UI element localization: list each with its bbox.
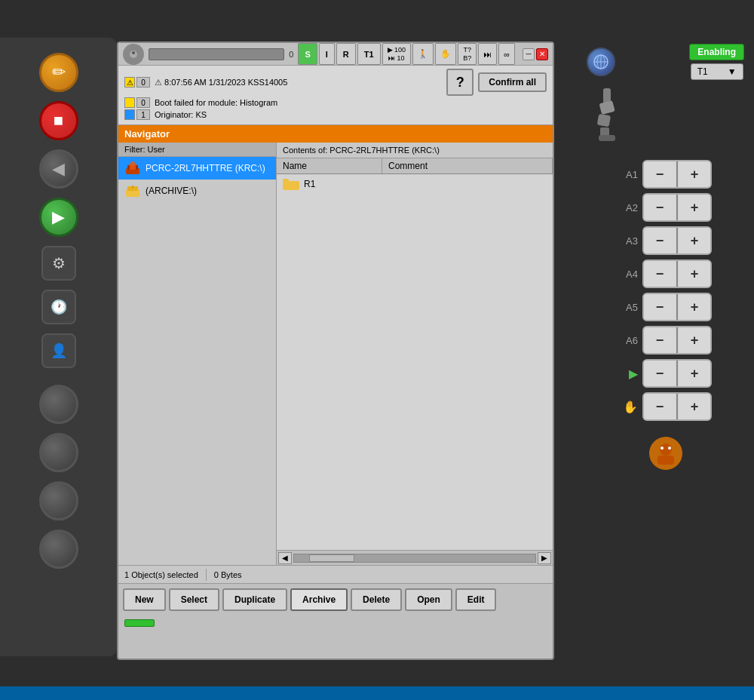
gray-button-1[interactable]: [39, 385, 78, 424]
clock-button[interactable]: 🕐: [41, 290, 76, 324]
scroll-track[interactable]: [293, 554, 536, 563]
nav-item-archive[interactable]: (ARCHIVE:\): [118, 180, 276, 202]
a3-btn-group: − +: [642, 226, 712, 255]
select-button[interactable]: Select: [169, 588, 219, 611]
status-text-2: Boot failed for module: Histogram: [155, 98, 547, 107]
t1-button[interactable]: T1: [357, 43, 381, 66]
a1-plus[interactable]: +: [679, 161, 710, 187]
arm-silhouette: [592, 86, 622, 146]
a6-plus[interactable]: +: [679, 327, 710, 353]
navigator-body: Filter: User PCRC-2RL7HHTTRE (KRC:\): [118, 143, 553, 565]
svg-rect-18: [599, 100, 615, 114]
t1-dropdown[interactable]: T1 ▼: [691, 63, 743, 80]
play-speed-button[interactable]: ▶ 100⏭ 10: [382, 43, 412, 66]
skip-button[interactable]: ⏭: [478, 43, 497, 66]
bottom-status-bar: 1 Object(s) selected 0 Bytes: [118, 565, 553, 583]
gray-button-4[interactable]: [39, 530, 78, 569]
right-controls: Enabling T1 ▼ A1 − + A2: [581, 44, 750, 474]
filter-label: Filter:: [124, 145, 146, 154]
a3-plus[interactable]: +: [679, 228, 710, 253]
r-button[interactable]: R: [336, 43, 356, 66]
app-icon: [123, 44, 144, 65]
delete-button[interactable]: Delete: [351, 588, 402, 611]
nav-file-list: R1: [277, 174, 553, 550]
nav-tree: Filter: User PCRC-2RL7HHTTRE (KRC:\): [118, 143, 277, 565]
archive-button[interactable]: Archive: [290, 588, 348, 611]
status-num-2: 0: [136, 97, 150, 108]
robot-arm-svg: [594, 88, 621, 145]
forward-button[interactable]: ▶: [39, 198, 78, 237]
a2-plus[interactable]: +: [679, 195, 710, 220]
nav-item-krc[interactable]: PCRC-2RL7HHTTRE (KRC:\): [118, 157, 276, 180]
nav-filter: Filter: User: [118, 143, 276, 157]
s-button[interactable]: S: [298, 43, 317, 66]
scroll-right[interactable]: ▶: [538, 552, 551, 564]
user-button[interactable]: 👤: [41, 333, 76, 368]
gray-button-2[interactable]: [39, 433, 78, 472]
a5-label: A5: [619, 302, 638, 313]
settings-button[interactable]: ⚙: [41, 246, 76, 281]
status-text-1: ⚠ 8:07:56 AM 1/31/2023 KSS14005: [155, 78, 442, 88]
duplicate-button[interactable]: Duplicate: [222, 588, 287, 611]
filter-value: User: [148, 145, 165, 154]
globe-button[interactable]: [587, 48, 615, 76]
hand-plus[interactable]: +: [679, 394, 710, 419]
a4-label: A4: [619, 269, 638, 280]
toolbar-buttons: S I R T1 ▶ 100⏭ 10 🚶 ✋ T?B? ⏭ ∞: [298, 43, 515, 66]
walk-button[interactable]: 🚶: [412, 43, 434, 66]
t1-label: T1: [697, 66, 708, 77]
scroll-thumb[interactable]: [309, 554, 354, 562]
svg-rect-24: [657, 456, 674, 465]
svg-rect-6: [127, 165, 130, 170]
confirm-all-button[interactable]: Confirm all: [478, 72, 547, 92]
a4-plus[interactable]: +: [679, 261, 710, 287]
a2-minus[interactable]: −: [644, 195, 676, 220]
play-divider: [676, 361, 678, 386]
axis-row-a5: A5 − +: [619, 293, 712, 321]
scroll-left[interactable]: ◀: [278, 552, 292, 564]
play-minus[interactable]: −: [644, 361, 676, 386]
question-button[interactable]: ?: [446, 69, 474, 96]
a2-label: A2: [619, 202, 638, 213]
a4-minus[interactable]: −: [644, 261, 676, 287]
minimize-button[interactable]: ─: [523, 48, 535, 60]
a4-btn-group: − +: [642, 259, 712, 288]
a6-label: A6: [619, 335, 638, 346]
a5-btn-group: − +: [642, 293, 712, 321]
new-button[interactable]: New: [123, 588, 166, 611]
a5-minus[interactable]: −: [644, 294, 676, 320]
svg-point-5: [130, 161, 135, 166]
a5-plus[interactable]: +: [679, 294, 710, 320]
col-name: Name: [277, 158, 382, 173]
back-button[interactable]: ◀: [39, 149, 78, 189]
i-button[interactable]: I: [319, 43, 335, 66]
status-divider: [206, 569, 207, 581]
stop-button[interactable]: ■: [39, 101, 78, 140]
nav-scrollbar: ◀ ▶: [277, 550, 553, 565]
a5-divider: [676, 294, 678, 320]
hand-divider: [676, 394, 678, 419]
file-name-r1: R1: [304, 179, 315, 189]
robot-icon-large: [647, 434, 685, 472]
play-plus[interactable]: +: [679, 361, 710, 386]
left-panel: ✏ ■ ◀ ▶ ⚙ 🕐 👤: [0, 38, 117, 656]
a3-minus[interactable]: −: [644, 228, 676, 253]
edit-button[interactable]: Edit: [455, 588, 497, 611]
inf-button[interactable]: ∞: [498, 43, 515, 66]
open-button[interactable]: Open: [405, 588, 452, 611]
close-button[interactable]: ✕: [536, 48, 548, 60]
pencil-button[interactable]: ✏: [39, 53, 78, 92]
archive-icon: [124, 183, 141, 198]
gray-button-3[interactable]: [39, 481, 78, 520]
a6-minus[interactable]: −: [644, 327, 676, 353]
a2-btn-group: − +: [642, 193, 712, 222]
hand-button[interactable]: ✋: [435, 43, 456, 66]
axis-row-hand: ✋ − +: [619, 392, 712, 421]
hand-minus[interactable]: −: [644, 394, 676, 419]
t2b-button[interactable]: T?B?: [458, 43, 477, 66]
nav-file-r1[interactable]: R1: [277, 174, 553, 194]
a1-minus[interactable]: −: [644, 161, 676, 187]
a1-btn-group: − +: [642, 160, 712, 189]
a1-label: A1: [619, 169, 638, 180]
dropdown-arrow: ▼: [728, 66, 737, 77]
